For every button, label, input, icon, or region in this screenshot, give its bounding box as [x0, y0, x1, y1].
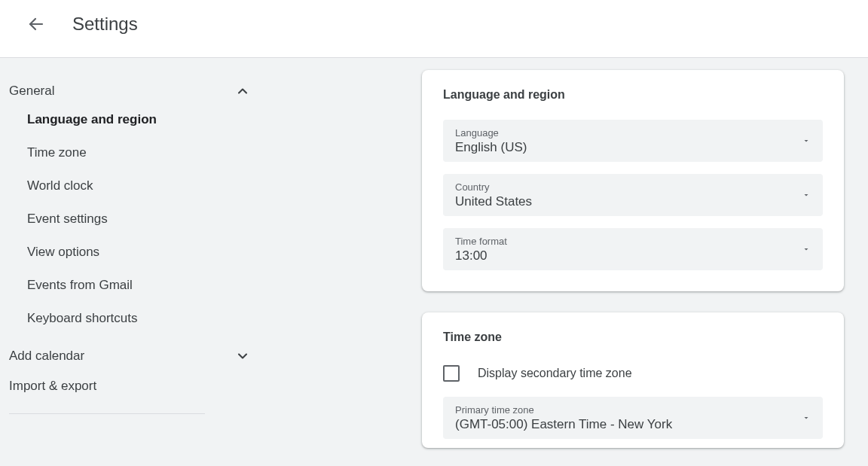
checkbox-label: Display secondary time zone: [478, 367, 632, 380]
select-value: (GMT-05:00) Eastern Time - New York: [455, 417, 802, 432]
sidebar-section-label: Import & export: [9, 379, 96, 394]
sidebar-divider: [9, 413, 205, 414]
select-label: Country: [455, 181, 802, 193]
card-title: Time zone: [443, 330, 823, 344]
sidebar-item-world-clock[interactable]: World clock: [27, 169, 271, 203]
sidebar-item-events-from-gmail[interactable]: Events from Gmail: [27, 269, 271, 302]
select-label: Time format: [455, 236, 802, 247]
page-title: Settings: [72, 14, 138, 35]
select-primary-timezone[interactable]: Primary time zone (GMT-05:00) Eastern Ti…: [443, 397, 823, 439]
select-country[interactable]: Country United States: [443, 174, 823, 216]
select-label: Language: [455, 127, 802, 139]
sidebar-section-label: Add calendar: [9, 349, 84, 364]
select-time-format[interactable]: Time format 13:00: [443, 228, 823, 270]
settings-header: Settings: [0, 0, 868, 58]
sidebar-item-time-zone[interactable]: Time zone: [27, 136, 271, 169]
sidebar-section-add-calendar[interactable]: Add calendar: [9, 344, 271, 368]
select-label: Primary time zone: [455, 404, 802, 416]
sidebar-item-event-settings[interactable]: Event settings: [27, 203, 271, 236]
select-value: 13:00: [455, 248, 802, 263]
sidebar-section-label: General: [9, 84, 54, 99]
checkbox-secondary-timezone-row[interactable]: Display secondary time zone: [443, 362, 823, 397]
sidebar-item-keyboard-shortcuts[interactable]: Keyboard shortcuts: [27, 302, 271, 335]
sidebar-item-view-options[interactable]: View options: [27, 236, 271, 269]
select-value: United States: [455, 194, 802, 209]
chevron-up-icon: [235, 84, 250, 99]
settings-main: Language and region Language English (US…: [271, 70, 868, 466]
settings-sidebar: General Language and region Time zone Wo…: [0, 70, 271, 466]
sidebar-section-import-export[interactable]: Import & export: [9, 368, 271, 398]
back-button[interactable]: [18, 6, 54, 42]
caret-down-icon: [802, 413, 811, 422]
sidebar-section-general[interactable]: General: [9, 79, 271, 103]
card-language-region: Language and region Language English (US…: [422, 70, 844, 291]
caret-down-icon: [802, 190, 811, 199]
chevron-down-icon: [235, 349, 250, 364]
select-language[interactable]: Language English (US): [443, 120, 823, 162]
sidebar-item-language-and-region[interactable]: Language and region: [27, 103, 271, 136]
caret-down-icon: [802, 136, 811, 145]
caret-down-icon: [802, 245, 811, 254]
card-title: Language and region: [443, 88, 823, 102]
card-time-zone: Time zone Display secondary time zone Pr…: [422, 312, 844, 448]
select-value: English (US): [455, 140, 802, 155]
checkbox-secondary-timezone[interactable]: [443, 365, 460, 382]
arrow-left-icon: [27, 15, 45, 33]
